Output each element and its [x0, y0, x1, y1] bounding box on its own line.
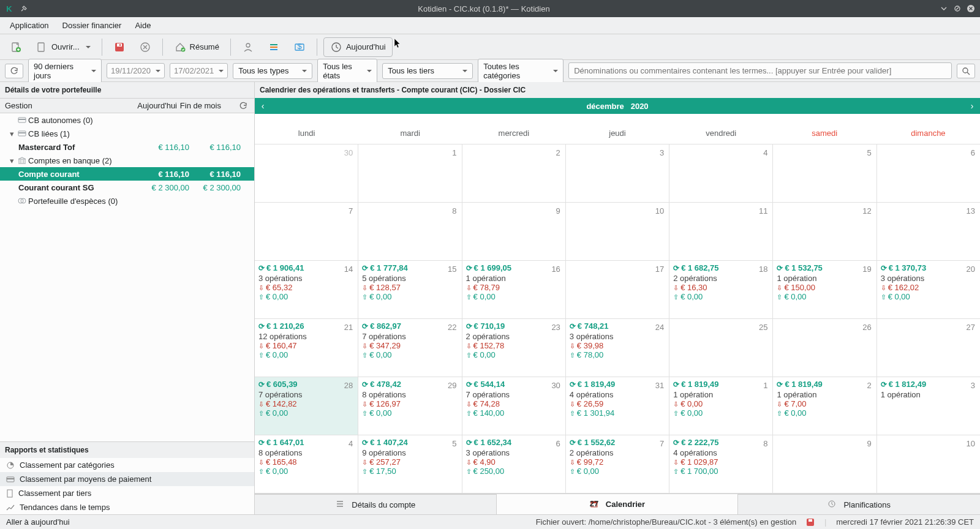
calendar-cell[interactable]: 30 [255, 144, 358, 202]
cursor-icon [394, 38, 402, 49]
refresh-filter-button[interactable] [5, 64, 23, 78]
calendar-cell[interactable]: 22 € 862,977 opérations € 347,29 € 0,00 [358, 319, 462, 377]
user-button[interactable] [237, 38, 259, 56]
calendar-cell[interactable]: 11 [669, 203, 773, 260]
search-button[interactable] [957, 64, 975, 78]
calendar-cell[interactable]: 30 € 544,147 opérations € 74,28 € 140,00 [462, 377, 566, 435]
calendar-cell[interactable]: 5 [773, 144, 876, 202]
menu-aide[interactable]: Aide [129, 18, 157, 32]
calendar-cell[interactable]: 18 € 1 682,752 opérations € 16,30 € 0,00 [669, 261, 773, 318]
col-eom[interactable]: Fin de mois [177, 101, 237, 110]
calendar-cell[interactable]: 28 € 605,397 opérations € 142,82 € 0,00 [255, 377, 358, 435]
list-button[interactable] [263, 38, 285, 56]
states-select[interactable]: Tous les états [317, 59, 377, 83]
calendar-cell[interactable]: 24 € 748,213 opérations € 39,98 € 78,00 [566, 319, 669, 377]
calendar-cell[interactable]: 26 [773, 319, 876, 377]
calendar-cell[interactable]: 6 € 1 652,343 opérations € 4,90 € 250,00 [462, 435, 566, 493]
tab-planifications[interactable]: Planifications [737, 494, 980, 514]
calendar-cell[interactable]: 3 € 1 812,491 opération [877, 377, 980, 435]
report-categories[interactable]: Classement par catégories [0, 458, 254, 472]
report-trends[interactable]: Tendances dans le temps [0, 500, 254, 514]
categories-select[interactable]: Toutes les catégories [478, 59, 564, 83]
tab-details[interactable]: Détails du compte [254, 494, 497, 514]
cell-inflow: € 0,00 [258, 350, 354, 359]
open-button[interactable]: Ouvrir... [31, 38, 96, 56]
calendar-cell[interactable]: 8 € 2 222,754 opérations € 1 029,87 € 1 … [669, 435, 773, 493]
search-input[interactable] [568, 62, 952, 79]
calendar-cell[interactable]: 4 [669, 144, 773, 202]
calendar-cell[interactable]: 7 [255, 203, 358, 260]
calendar-cell[interactable]: 2 [462, 144, 566, 202]
tree-cb-liees[interactable]: ▾ CB liées (1) [0, 127, 254, 140]
maximize-icon[interactable] [953, 4, 962, 13]
tiers-select[interactable]: Tous les tiers [382, 63, 473, 79]
wallet-icon [16, 197, 28, 204]
calendar-cell[interactable]: 15 € 1 777,845 opérations € 128,57 € 0,0… [358, 261, 462, 318]
calendar-cell[interactable]: 29 € 478,428 opérations € 126,97 € 0,00 [358, 377, 462, 435]
calendar-cell[interactable]: 9 [773, 435, 876, 493]
resume-button[interactable]: Résumé [169, 38, 224, 56]
calendar-cell[interactable]: 25 [669, 319, 773, 377]
calendar-cell[interactable]: 16 € 1 699,051 opération € 78,79 € 0,00 [462, 261, 566, 318]
today-button[interactable]: Aujourd'hui [323, 37, 393, 57]
save-button[interactable] [108, 38, 130, 56]
cancel-button[interactable] [134, 38, 156, 56]
calendar-cell[interactable]: 1 [358, 144, 462, 202]
calendar-cell[interactable]: 3 [566, 144, 669, 202]
calendar-cell[interactable]: 7 € 1 552,622 opérations € 99,72 € 0,00 [566, 435, 669, 493]
new-file-button[interactable] [5, 38, 27, 56]
calendar-cell[interactable]: 27 [877, 319, 980, 377]
calendar-cell[interactable]: 13 [877, 203, 980, 260]
day-number: 19 [862, 264, 871, 274]
calendar-cell[interactable]: 6 [877, 144, 980, 202]
tree-cb-auto[interactable]: CB autonomes (0) [0, 113, 254, 127]
report-tiers[interactable]: Classement par tiers [0, 486, 254, 500]
payment-button[interactable]: $ [288, 38, 311, 56]
calendar-cell[interactable]: 31 € 1 819,494 opérations € 26,59 € 1 30… [566, 377, 669, 435]
refresh-icon[interactable] [237, 102, 249, 110]
col-gestion[interactable]: Gestion [5, 101, 117, 110]
cell-inflow: € 0,00 [258, 467, 354, 476]
tree-compte-sg[interactable]: Courant courant SG € 2 300,00 € 2 300,00 [0, 181, 254, 194]
cell-inflow: € 0,00 [258, 408, 354, 418]
calendar-cell[interactable]: 12 [773, 203, 876, 260]
calendar-cell[interactable]: 14 € 1 906,413 opérations € 65,32 € 0,00 [255, 261, 358, 318]
cell-balance: € 478,42 [362, 380, 458, 389]
tab-calendar[interactable]: 27Calendrier [496, 494, 739, 514]
svg-text:27: 27 [590, 500, 598, 508]
report-payments[interactable]: Classement par moyens de paiement [0, 472, 254, 486]
tree-mastercard[interactable]: Mastercard Tof € 116,10 € 116,10 [0, 140, 254, 154]
calendar-cell[interactable]: 17 [566, 261, 669, 318]
calendar-cell[interactable]: 5 € 1 407,249 opérations € 257,27 € 17,5… [358, 435, 462, 493]
cell-balance: € 2 222,75 [673, 438, 769, 447]
close-icon[interactable] [967, 4, 975, 13]
calendar-cell[interactable]: 2 € 1 819,491 opération € 7,00 € 0,00 [773, 377, 876, 435]
calendar-cell[interactable]: 9 [462, 203, 566, 260]
calendar-cell[interactable]: 10 [877, 435, 980, 493]
calendar-cell[interactable]: 19 € 1 532,751 opération € 150,00 € 0,00 [773, 261, 876, 318]
minimize-icon[interactable] [940, 4, 948, 13]
menu-application[interactable]: Application [4, 18, 55, 32]
calendar-cell[interactable]: 20 € 1 370,733 opérations € 162,02 € 0,0… [877, 261, 980, 318]
types-select[interactable]: Tous les types [233, 63, 312, 79]
calendar-cell[interactable]: 1 € 1 819,491 opération € 0,00 € 0,00 [669, 377, 773, 435]
col-today[interactable]: Aujourd'hui [117, 101, 177, 110]
calendar-cell[interactable]: 23 € 710,192 opérations € 152,78 € 0,00 [462, 319, 566, 377]
date-to-input[interactable]: 17/02/2021 [170, 63, 228, 78]
tree-cash[interactable]: Portefeuille d'espèces (0) [0, 194, 254, 208]
prev-month-button[interactable]: ‹ [255, 101, 271, 111]
tree-compte-courant[interactable]: Compte courant € 116,10 € 116,10 [0, 167, 254, 181]
cell-ops: 5 opérations [362, 274, 458, 283]
calendar-cell[interactable]: 4 € 1 647,018 opérations € 165,48 € 0,00 [255, 435, 358, 493]
calendar-cell[interactable]: 21 € 1 210,2612 opérations € 160,47 € 0,… [255, 319, 358, 377]
collapse-icon[interactable]: ▾ [7, 129, 16, 138]
date-from-input[interactable]: 19/11/2020 [107, 63, 165, 78]
next-month-button[interactable]: › [964, 101, 980, 111]
tree-bank[interactable]: ▾ Comptes en banque (2) [0, 154, 254, 167]
menu-dossier[interactable]: Dossier financier [56, 18, 128, 32]
calendar-cell[interactable]: 10 [566, 203, 669, 260]
pin-icon[interactable] [20, 4, 28, 13]
collapse-icon[interactable]: ▾ [7, 156, 16, 165]
calendar-cell[interactable]: 8 [358, 203, 462, 260]
period-select[interactable]: 90 derniers jours [28, 59, 102, 83]
